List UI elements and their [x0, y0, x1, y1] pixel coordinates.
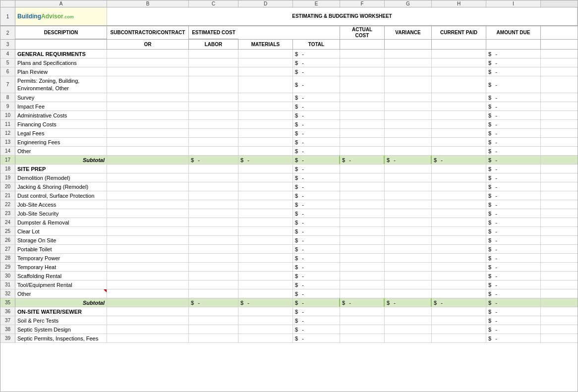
r21-d[interactable] — [238, 191, 293, 200]
r20-d[interactable] — [238, 182, 293, 191]
r38-b[interactable] — [107, 325, 189, 334]
r8-d[interactable] — [238, 93, 293, 102]
r26-d[interactable] — [238, 236, 293, 244]
r31-b[interactable] — [107, 280, 189, 289]
r7-h[interactable] — [432, 76, 486, 93]
r22-b[interactable] — [107, 200, 189, 209]
r20-b[interactable] — [107, 182, 189, 191]
r22-h[interactable] — [432, 200, 486, 209]
col-header-c[interactable]: C — [189, 0, 238, 7]
r28-b[interactable] — [107, 254, 189, 262]
r9-c[interactable] — [189, 102, 238, 111]
r8-f[interactable] — [340, 93, 385, 102]
r6-b[interactable] — [107, 67, 189, 76]
r6-f[interactable] — [340, 67, 385, 76]
r39-c[interactable] — [189, 334, 238, 342]
r38-h[interactable] — [432, 325, 486, 334]
r14-d[interactable] — [238, 147, 293, 155]
r5-d[interactable] — [238, 58, 293, 67]
r29-d[interactable] — [238, 263, 293, 271]
r9-f[interactable] — [340, 102, 385, 111]
r10-h[interactable] — [432, 111, 486, 119]
r28-c[interactable] — [189, 254, 238, 262]
r29-h[interactable] — [432, 263, 486, 271]
r25-f[interactable] — [340, 227, 385, 235]
r25-d[interactable] — [238, 227, 293, 235]
r32-f[interactable] — [340, 289, 385, 298]
r24-b[interactable] — [107, 218, 189, 226]
col-header-h[interactable]: H — [432, 0, 486, 7]
r5-c[interactable] — [189, 58, 238, 67]
r13-b[interactable] — [107, 138, 189, 146]
r27-d[interactable] — [238, 245, 293, 253]
r32-b[interactable] — [107, 289, 189, 298]
r39-f[interactable] — [340, 334, 385, 342]
r22-f[interactable] — [340, 200, 385, 209]
r7-c[interactable] — [189, 76, 238, 93]
r39-d[interactable] — [238, 334, 293, 342]
r6-h[interactable] — [432, 67, 486, 76]
r30-h[interactable] — [432, 272, 486, 280]
r31-f[interactable] — [340, 280, 385, 289]
r30-d[interactable] — [238, 272, 293, 280]
r26-c[interactable] — [189, 236, 238, 244]
r29-b[interactable] — [107, 263, 189, 271]
r8-h[interactable] — [432, 93, 486, 102]
r26-f[interactable] — [340, 236, 385, 244]
r37-c[interactable] — [189, 316, 238, 325]
r9-b[interactable] — [107, 102, 189, 111]
r39-b[interactable] — [107, 334, 189, 342]
r22-c[interactable] — [189, 200, 238, 209]
r25-h[interactable] — [432, 227, 486, 235]
r10-c[interactable] — [189, 111, 238, 119]
r19-b[interactable] — [107, 173, 189, 182]
r32-d[interactable] — [238, 289, 293, 298]
r12-h[interactable] — [432, 129, 486, 137]
r24-d[interactable] — [238, 218, 293, 226]
r12-d[interactable] — [238, 129, 293, 137]
r19-c[interactable] — [189, 173, 238, 182]
r10-b[interactable] — [107, 111, 189, 119]
col-header-d[interactable]: D — [238, 0, 293, 7]
r10-f[interactable] — [340, 111, 385, 119]
r23-h[interactable] — [432, 209, 486, 218]
r28-d[interactable] — [238, 254, 293, 262]
r32-c[interactable] — [189, 289, 238, 298]
r28-f[interactable] — [340, 254, 385, 262]
r5-f[interactable] — [340, 58, 385, 67]
r26-h[interactable] — [432, 236, 486, 244]
r20-f[interactable] — [340, 182, 385, 191]
col-header-a[interactable]: A — [15, 0, 107, 7]
r7-b[interactable] — [107, 76, 189, 93]
r30-c[interactable] — [189, 272, 238, 280]
r21-h[interactable] — [432, 191, 486, 200]
r12-c[interactable] — [189, 129, 238, 137]
r37-d[interactable] — [238, 316, 293, 325]
col-header-i[interactable]: I — [486, 0, 541, 7]
r23-f[interactable] — [340, 209, 385, 218]
r14-b[interactable] — [107, 147, 189, 155]
r9-d[interactable] — [238, 102, 293, 111]
r37-h[interactable] — [432, 316, 486, 325]
r21-b[interactable] — [107, 191, 189, 200]
r13-f[interactable] — [340, 138, 385, 146]
r26-b[interactable] — [107, 236, 189, 244]
r37-b[interactable] — [107, 316, 189, 325]
r23-c[interactable] — [189, 209, 238, 218]
col-header-f[interactable]: F — [340, 0, 385, 7]
r10-d[interactable] — [238, 111, 293, 119]
col-header-e[interactable]: E — [293, 0, 340, 7]
r27-c[interactable] — [189, 245, 238, 253]
r24-c[interactable] — [189, 218, 238, 226]
r6-c[interactable] — [189, 67, 238, 76]
r21-c[interactable] — [189, 191, 238, 200]
r20-h[interactable] — [432, 182, 486, 191]
r11-c[interactable] — [189, 120, 238, 128]
col-header-b[interactable]: B — [107, 0, 189, 7]
r38-f[interactable] — [340, 325, 385, 334]
r30-f[interactable] — [340, 272, 385, 280]
r23-d[interactable] — [238, 209, 293, 218]
r14-c[interactable] — [189, 147, 238, 155]
r8-b[interactable] — [107, 93, 189, 102]
r24-h[interactable] — [432, 218, 486, 226]
